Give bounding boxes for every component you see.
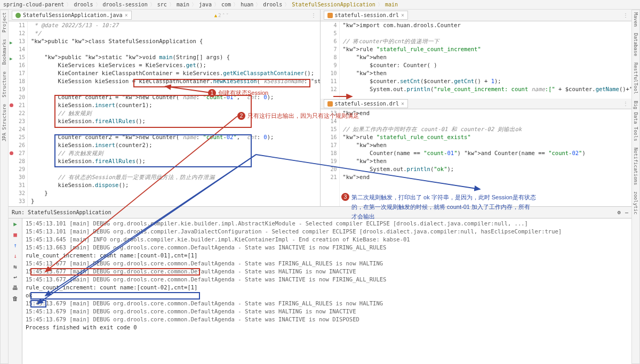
run-panel-header: Run: StatefulSessionApplication ⚙ —	[9, 207, 631, 219]
breadcrumb-segment[interactable]: drools	[73, 2, 94, 7]
tool-tab-structure[interactable]: Structure	[2, 71, 7, 98]
console-line: 15:45:13.677 [main] DEBUG org.drools.cor…	[26, 276, 628, 284]
drools-file-icon	[327, 13, 333, 18]
inspection-widget[interactable]: ▲ 2 ˄ ˅	[214, 13, 229, 18]
console-output[interactable]: 15:45:13.101 [main] DEBUG org.drools.com…	[22, 219, 631, 364]
breadcrumb-segment[interactable]: huan	[239, 2, 254, 7]
stop-icon[interactable]: ■	[12, 231, 19, 239]
more-icon[interactable]: ⋮	[623, 101, 628, 107]
tool-tab-big-data-tools[interactable]: Big Data Tools	[633, 101, 638, 141]
java-class-icon	[15, 13, 21, 18]
close-icon[interactable]: ×	[401, 101, 404, 107]
editor-tab-row-left: StatefulSessionApplication.java × ▲ 2 ˄ …	[9, 10, 320, 21]
tool-window-bar-left: ProjectBookmarksStructureJPA Structure	[0, 10, 9, 364]
console-line: 15:45:13.677 [main] DEBUG org.drools.cor…	[26, 260, 628, 268]
file-tab-label: stateful-session.drl	[335, 12, 399, 18]
console-line: 15:45:13.679 [main] DEBUG org.drools.cor…	[26, 300, 628, 308]
up-icon[interactable]: ↑	[12, 242, 19, 249]
console-line: 15:45:13.677 [main] DEBUG org.drools.cor…	[26, 268, 628, 276]
filter-icon[interactable]: ⇆	[12, 263, 19, 271]
breadcrumb[interactable]: spring-cloud-parent〉drools〉drools-sessio…	[0, 0, 640, 10]
gutter-left[interactable]: 111213▶1415▶1617181920212223242526272829…	[9, 21, 28, 206]
editor-right: stateful-session.drl × ⋮ 456789101112 "k…	[321, 10, 632, 206]
gear-icon[interactable]: ⚙	[618, 209, 621, 215]
tool-tab-bookmarks[interactable]: Bookmarks	[2, 39, 7, 65]
code-right-b[interactable]: "kw">end// 如果工作内存中同时存在 count-01 和 counte…	[340, 109, 632, 206]
tool-tab-maven[interactable]: Maven	[633, 12, 638, 27]
tool-tab-notifications[interactable]: Notifications	[633, 148, 638, 185]
chevron-down-icon[interactable]: ˅	[226, 13, 229, 18]
gutter-right-a[interactable]: 456789101112	[321, 21, 340, 99]
callout-2: 2只有这行日志输出，因为只有这个规则满足	[237, 112, 359, 120]
editor-tab-row-right: stateful-session.drl × ⋮	[321, 10, 632, 21]
tool-tab-restfultool[interactable]: RestfulTool	[633, 62, 638, 94]
breadcrumb-segment[interactable]: main	[384, 2, 399, 7]
run-config-name[interactable]: StatefulSessionApplication	[28, 209, 111, 215]
file-tab-drl-b[interactable]: stateful-session.drl ×	[324, 99, 408, 108]
breadcrumb-segment[interactable]: java	[198, 2, 213, 7]
editor-left: StatefulSessionApplication.java × ▲ 2 ˄ …	[9, 10, 321, 206]
wrap-icon[interactable]: ↩	[12, 274, 19, 281]
trash-icon[interactable]: 🗑	[12, 295, 19, 303]
breadcrumb-segment[interactable]: com	[220, 2, 232, 7]
file-tab-java[interactable]: StatefulSessionApplication.java ×	[12, 11, 132, 20]
breadcrumb-segment[interactable]: drools	[262, 2, 283, 7]
console-line: rule_count_increment: count name:[count-…	[26, 284, 628, 292]
file-tab-drl[interactable]: stateful-session.drl ×	[324, 11, 408, 20]
rerun-icon[interactable]: ▶	[12, 221, 19, 228]
more-icon[interactable]: ⋮	[623, 12, 628, 18]
close-icon[interactable]: ×	[125, 12, 128, 18]
console-line: Process finished with exit code 0	[26, 323, 628, 331]
console-line: 15:45:13.101 [main] DEBUG org.drools.com…	[26, 220, 628, 228]
console-line: 15:45:13.679 [main] DEBUG org.drools.cor…	[26, 316, 628, 323]
drools-file-icon	[327, 101, 333, 107]
down-icon[interactable]: ↓	[12, 253, 19, 260]
breadcrumb-segment[interactable]: drools-session	[102, 2, 149, 7]
file-tab-label: StatefulSessionApplication.java	[23, 12, 123, 18]
tool-window-bar-right: MavenDatabaseRestfulToolBig Data ToolsNo…	[631, 10, 640, 364]
console-line: ok	[26, 292, 628, 300]
breadcrumb-segment[interactable]: StatefulSessionApplication	[291, 2, 377, 7]
run-panel: Run: StatefulSessionApplication ⚙ — ▶ ■ …	[9, 207, 631, 364]
chevron-up-icon[interactable]: ˄	[222, 13, 225, 18]
code-right-a[interactable]: "kw">import com.huan.drools.Counter// 将c…	[340, 21, 632, 99]
tool-tab-database[interactable]: Database	[633, 33, 638, 56]
editor-tab-row-right-b: stateful-session.drl × ⋮	[321, 99, 632, 109]
console-line: rule_count_increment: count name:[count-…	[26, 252, 628, 260]
tool-tab-jpa-structure[interactable]: JPA Structure	[2, 104, 7, 141]
console-line: 15:45:13.101 [main] DEBUG org.drools.com…	[26, 228, 628, 236]
callout-1: 1创建有状态Session	[208, 89, 268, 97]
file-tab-label: stateful-session.drl	[335, 101, 399, 107]
warning-icon: ▲	[214, 13, 217, 18]
tool-tab-zoolytic[interactable]: zoolytic	[633, 191, 638, 214]
more-icon[interactable]: ⋮	[311, 12, 316, 18]
tool-tab-project[interactable]: Project	[2, 12, 7, 33]
gutter-right-b[interactable]: 131415161718192021	[321, 109, 340, 206]
run-toolbar: ▶ ■ ↑ ↓ ⇆ ↩ 🖶 🗑	[9, 219, 22, 364]
console-line: 15:45:13.679 [main] DEBUG org.drools.cor…	[26, 308, 628, 316]
breadcrumb-segment[interactable]: main	[175, 2, 190, 7]
breadcrumb-segment[interactable]: spring-cloud-parent	[2, 2, 65, 7]
console-line: 15:45:13.645 [main] INFO org.drools.comp…	[26, 236, 628, 244]
console-line: 15:45:13.663 [main] DEBUG org.drools.cor…	[26, 244, 628, 252]
print-icon[interactable]: 🖶	[12, 285, 19, 292]
breadcrumb-segment[interactable]: src	[156, 2, 168, 7]
close-icon[interactable]: ×	[401, 12, 404, 18]
minimize-icon[interactable]: —	[625, 209, 628, 215]
callout-3: 3第二次规则触发，打印出了 ok 字符串，是因为，此时 Session是有状态 …	[341, 193, 536, 220]
run-label: Run:	[12, 209, 25, 215]
